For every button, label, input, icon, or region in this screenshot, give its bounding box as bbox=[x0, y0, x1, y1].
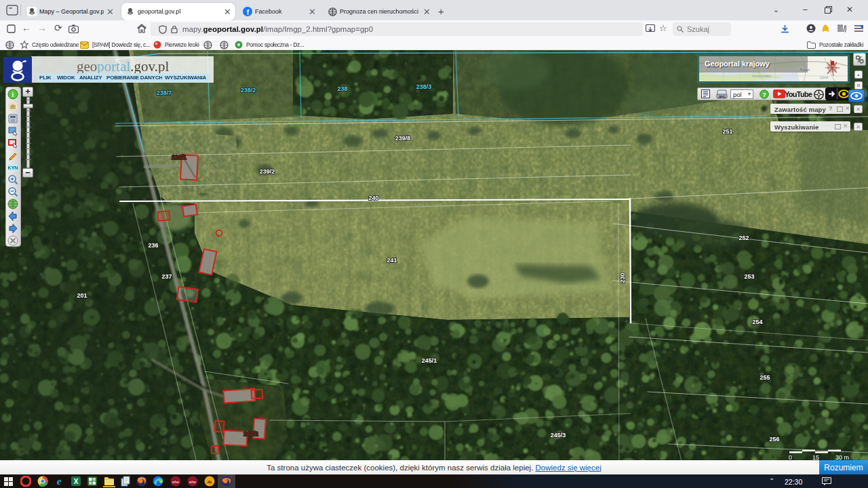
svg-text:239/2: 239/2 bbox=[260, 168, 275, 175]
svg-text:ahe: ahe bbox=[172, 480, 180, 484]
svg-text:Inowrocław: Inowrocław bbox=[752, 74, 771, 78]
svg-text:i: i bbox=[12, 91, 14, 98]
svg-text:251: 251 bbox=[722, 128, 732, 135]
svg-text:30 m: 30 m bbox=[835, 454, 849, 460]
svg-text:KYN: KYN bbox=[8, 165, 18, 170]
svg-text:245/1: 245/1 bbox=[422, 357, 437, 364]
svg-text:JPG: JPG bbox=[718, 95, 726, 99]
svg-text:242/2: 242/2 bbox=[243, 430, 258, 437]
svg-text:230: 230 bbox=[619, 272, 626, 283]
svg-text:256: 256 bbox=[769, 436, 779, 443]
svg-text:238/3: 238/3 bbox=[416, 83, 432, 90]
svg-text:254: 254 bbox=[752, 319, 762, 325]
svg-text:15: 15 bbox=[812, 454, 819, 460]
svg-text:252: 252 bbox=[738, 235, 749, 241]
svg-text:ahe: ahe bbox=[189, 480, 197, 484]
svg-text:Lipno: Lipno bbox=[820, 75, 828, 79]
svg-text:236: 236 bbox=[148, 242, 158, 249]
svg-text:253: 253 bbox=[744, 273, 754, 280]
svg-text:0: 0 bbox=[789, 454, 792, 460]
svg-text:238/7: 238/7 bbox=[157, 89, 172, 96]
svg-text:229/1: 229/1 bbox=[172, 154, 186, 161]
svg-text:241: 241 bbox=[387, 257, 397, 264]
svg-text:240: 240 bbox=[368, 195, 378, 201]
svg-text:201: 201 bbox=[77, 292, 87, 299]
svg-text:245/3: 245/3 bbox=[551, 432, 566, 439]
svg-text:238/2: 238/2 bbox=[241, 87, 256, 94]
svg-text:255: 255 bbox=[760, 374, 770, 381]
svg-text:f: f bbox=[247, 8, 250, 16]
svg-text:237: 237 bbox=[161, 273, 172, 280]
svg-text:e: e bbox=[57, 476, 62, 487]
svg-text:X: X bbox=[74, 478, 79, 485]
svg-text:239/8: 239/8 bbox=[395, 135, 411, 142]
svg-text:238: 238 bbox=[337, 85, 347, 92]
svg-text:?: ? bbox=[762, 92, 766, 98]
